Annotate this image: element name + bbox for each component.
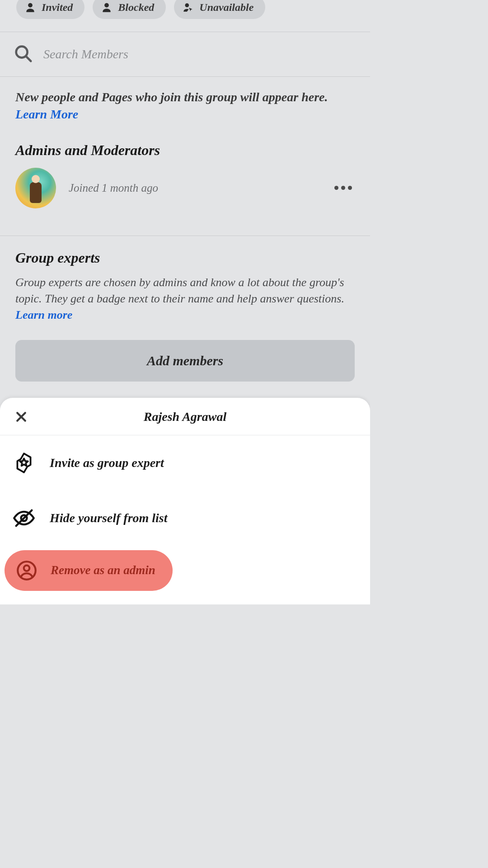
action-label: Invite as group expert [50, 456, 164, 470]
star-badge-icon [12, 451, 36, 475]
svg-point-10 [24, 565, 30, 571]
experts-body-text: Group experts are chosen by admins and k… [15, 276, 344, 305]
action-remove-admin[interactable]: Remove as an admin [5, 550, 173, 591]
search-bar[interactable] [0, 32, 370, 77]
chip-unavailable[interactable]: Unavailable [174, 0, 265, 19]
action-invite-expert[interactable]: Invite as group expert [0, 435, 370, 491]
search-icon [13, 43, 33, 66]
chip-blocked[interactable]: Blocked [93, 0, 166, 19]
action-label: Remove as an admin [51, 563, 155, 577]
svg-point-1 [104, 3, 109, 8]
info-text-body: New people and Pages who join this group… [15, 90, 328, 104]
close-icon[interactable] [14, 409, 29, 425]
sheet-header: Rajesh Agrawal [0, 398, 370, 435]
experts-body: Group experts are chosen by admins and k… [15, 274, 355, 324]
learn-more-link[interactable]: Learn More [15, 107, 78, 121]
add-members-button[interactable]: Add members [15, 340, 355, 382]
svg-line-4 [26, 57, 31, 61]
chip-label: Blocked [118, 1, 154, 14]
filter-chips-row: Invited Blocked Unavailable [0, 0, 370, 32]
new-members-section: New people and Pages who join this group… [0, 77, 370, 222]
person-icon [101, 1, 113, 13]
chip-invited[interactable]: Invited [16, 0, 84, 19]
person-pointer-icon [182, 1, 194, 13]
experts-learn-more-link[interactable]: Learn more [15, 308, 72, 321]
action-label: Hide yourself from list [50, 511, 168, 525]
admin-row[interactable]: Joined 1 month ago [15, 168, 355, 208]
new-members-info: New people and Pages who join this group… [15, 89, 355, 123]
member-joined-label: Joined 1 month ago [69, 182, 158, 194]
search-input[interactable] [43, 47, 357, 61]
avatar[interactable] [15, 168, 56, 208]
chip-label: Invited [42, 1, 73, 14]
svg-point-2 [185, 3, 189, 7]
sheet-title: Rajesh Agrawal [14, 410, 357, 424]
action-hide-from-list[interactable]: Hide yourself from list [0, 491, 370, 546]
person-icon [24, 1, 36, 13]
eye-off-icon [12, 506, 36, 530]
member-action-sheet: Rajesh Agrawal Invite as group expert Hi… [0, 398, 370, 604]
chip-label: Unavailable [199, 1, 253, 14]
group-experts-section: Group experts Group experts are chosen b… [0, 236, 370, 386]
experts-heading: Group experts [15, 250, 355, 266]
user-circle-icon [14, 558, 39, 583]
admins-heading: Admins and Moderators [15, 142, 355, 159]
more-options-icon[interactable] [334, 186, 355, 190]
svg-point-0 [28, 3, 33, 8]
